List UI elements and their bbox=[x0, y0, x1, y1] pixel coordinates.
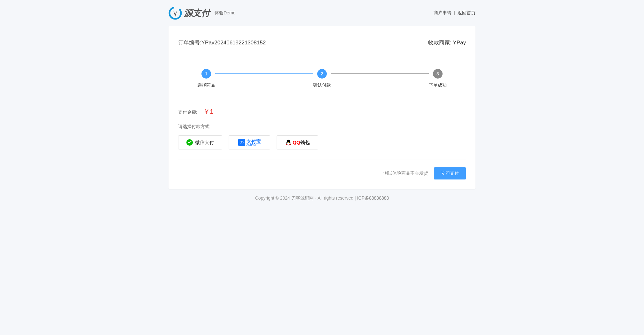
alipay-icon bbox=[238, 139, 245, 146]
progress-steps: 1 选择商品 2 确认付款 3 下单成功 bbox=[178, 69, 466, 88]
payment-select-label: 请选择付款方式 bbox=[178, 124, 466, 130]
demo-label: 体验Demo bbox=[215, 10, 235, 16]
payment-options: 微信支付 支付宝 ALIPAY bbox=[178, 135, 466, 159]
svg-point-9 bbox=[287, 140, 290, 142]
step-2: 2 确认付款 bbox=[313, 69, 331, 88]
svg-point-8 bbox=[288, 142, 289, 143]
wechat-icon bbox=[186, 139, 193, 146]
step-3-circle: 3 bbox=[433, 69, 443, 79]
action-row: 测试体验商品不会发货 立即支付 bbox=[178, 167, 466, 179]
alipay-text: 支付宝 ALIPAY bbox=[247, 139, 261, 146]
wechat-label: 微信支付 bbox=[195, 140, 214, 146]
qq-text: QQ钱包 bbox=[293, 140, 310, 146]
step-2-circle: 2 bbox=[317, 69, 327, 79]
merchant-info: 收款商家: YPay bbox=[428, 39, 466, 46]
header-left: 源支付 体验Demo bbox=[169, 6, 235, 20]
step-line-2-3 bbox=[331, 73, 429, 74]
payment-card: 订单编号:YPay20240619221308152 收款商家: YPay 1 … bbox=[169, 26, 475, 189]
alipay-cn: 支付宝 bbox=[247, 139, 261, 144]
order-no-label: 订单编号: bbox=[178, 40, 201, 46]
header-right: 商户申请 | 返回首页 bbox=[434, 10, 475, 16]
amount-section: 支付金额: ￥1 bbox=[178, 107, 466, 116]
site-name-link[interactable]: 刀客源码网 bbox=[291, 195, 314, 201]
header-divider: | bbox=[454, 10, 455, 15]
logo[interactable]: 源支付 bbox=[169, 6, 210, 20]
rights-text: - All rights reserved | bbox=[314, 195, 357, 201]
step-1-circle: 1 bbox=[201, 69, 211, 79]
pay-now-button[interactable]: 立即支付 bbox=[434, 167, 466, 179]
copyright-prefix: Copyright © 2024 bbox=[255, 195, 291, 201]
return-home-link[interactable]: 返回首页 bbox=[458, 10, 475, 15]
qq-q: QQ bbox=[293, 140, 300, 145]
logo-text: 源支付 bbox=[184, 7, 210, 19]
payment-option-wechat[interactable]: 微信支付 bbox=[178, 135, 222, 149]
merchant-label: 收款商家: bbox=[428, 40, 452, 46]
step-1-label: 选择商品 bbox=[197, 82, 215, 88]
qq-rest: 钱包 bbox=[300, 140, 310, 145]
logo-icon bbox=[169, 6, 182, 20]
payment-option-alipay[interactable]: 支付宝 ALIPAY bbox=[229, 135, 270, 149]
alipay-logo: 支付宝 ALIPAY bbox=[238, 139, 261, 146]
step-3-label: 下单成功 bbox=[429, 82, 447, 88]
order-no-value: YPay20240619221308152 bbox=[201, 40, 266, 46]
step-3: 3 下单成功 bbox=[429, 69, 447, 88]
alipay-en: ALIPAY bbox=[247, 144, 261, 146]
test-note: 测试体验商品不会发货 bbox=[383, 171, 428, 176]
page-header: 源支付 体验Demo 商户申请 | 返回首页 bbox=[169, 0, 475, 26]
payment-option-qq[interactable]: QQ钱包 bbox=[277, 135, 318, 149]
order-info-row: 订单编号:YPay20240619221308152 收款商家: YPay bbox=[178, 39, 466, 56]
step-2-label: 确认付款 bbox=[313, 82, 331, 88]
page-footer: Copyright © 2024 刀客源码网 - All rights rese… bbox=[169, 189, 475, 208]
order-number: 订单编号:YPay20240619221308152 bbox=[178, 39, 266, 46]
amount-value: ￥1 bbox=[203, 108, 213, 115]
merchant-name: YPay bbox=[453, 40, 466, 46]
qq-logo: QQ钱包 bbox=[285, 139, 310, 146]
amount-label: 支付金额: bbox=[178, 110, 197, 115]
icp-link[interactable]: ICP备88888888 bbox=[357, 195, 389, 201]
merchant-apply-link[interactable]: 商户申请 bbox=[434, 10, 452, 15]
step-line-1-2 bbox=[215, 73, 313, 74]
svg-point-0 bbox=[169, 6, 182, 20]
step-1: 1 选择商品 bbox=[197, 69, 215, 88]
qq-penguin-icon bbox=[285, 139, 292, 146]
